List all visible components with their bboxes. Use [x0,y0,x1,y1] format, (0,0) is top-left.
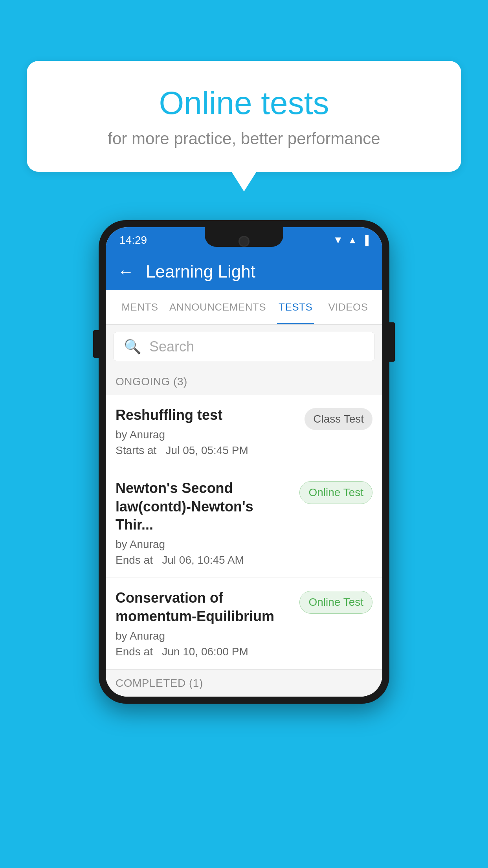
status-time: 14:29 [119,234,147,246]
completed-section-header: COMPLETED (1) [106,669,382,697]
test-author: by Anurag [116,428,297,441]
test-item[interactable]: Newton's Second law(contd)-Newton's Thir… [106,468,382,578]
ongoing-section-header: ONGOING (3) [106,368,382,395]
test-time: Starts at Jul 05, 05:45 PM [116,444,297,457]
test-badge: Online Test [299,481,372,504]
phone-screen: 14:29 ▼ ▲ ▐ ← Learning Light MENTS ANNOU… [106,227,382,697]
app-header: ← Learning Light [106,253,382,290]
test-name: Reshuffling test [116,406,297,425]
test-author: by Anurag [116,630,292,642]
status-icons: ▼ ▲ ▐ [333,234,369,246]
signal-icon: ▲ [348,235,357,246]
completed-section-title: COMPLETED (1) [116,677,203,689]
test-item[interactable]: Conservation of momentum-Equilibrium by … [106,578,382,669]
battery-icon: ▐ [362,235,369,246]
search-icon: 🔍 [124,338,141,355]
search-container: 🔍 Search [106,325,382,368]
app-title: Learning Light [146,262,255,281]
front-camera [238,236,250,247]
test-time: Ends at Jul 06, 10:45 AM [116,554,292,566]
test-name: Newton's Second law(contd)-Newton's Thir… [116,479,292,534]
back-button[interactable]: ← [117,262,134,281]
tab-videos[interactable]: VIDEOS [322,290,374,324]
test-author: by Anurag [116,538,292,551]
phone-frame: 14:29 ▼ ▲ ▐ ← Learning Light MENTS ANNOU… [99,220,389,704]
test-list: Reshuffling test by Anurag Starts at Jul… [106,395,382,669]
phone-container: 14:29 ▼ ▲ ▐ ← Learning Light MENTS ANNOU… [99,220,389,704]
test-time: Ends at Jun 10, 06:00 PM [116,645,292,658]
bubble-title: Online tests [58,85,430,121]
test-name: Conservation of momentum-Equilibrium [116,589,292,626]
ongoing-section-title: ONGOING (3) [116,375,187,388]
test-badge: Class Test [305,408,372,430]
tab-ments[interactable]: MENTS [114,290,166,324]
test-item[interactable]: Reshuffling test by Anurag Starts at Jul… [106,395,382,468]
phone-notch [205,227,283,247]
tab-tests[interactable]: TESTS [269,290,322,324]
bubble-subtitle: for more practice, better performance [58,129,430,148]
tab-announcements[interactable]: ANNOUNCEMENTS [166,290,269,324]
speech-bubble: Online tests for more practice, better p… [27,61,461,172]
tabs-container: MENTS ANNOUNCEMENTS TESTS VIDEOS [106,290,382,325]
test-badge: Online Test [299,591,372,614]
search-bar[interactable]: 🔍 Search [114,332,374,361]
wifi-icon: ▼ [333,234,343,246]
volume-button [93,330,99,358]
search-placeholder: Search [149,338,194,355]
test-content: Conservation of momentum-Equilibrium by … [116,589,292,658]
speech-bubble-container: Online tests for more practice, better p… [27,61,461,172]
power-button [389,322,395,362]
test-content: Newton's Second law(contd)-Newton's Thir… [116,479,292,566]
test-content: Reshuffling test by Anurag Starts at Jul… [116,406,297,457]
